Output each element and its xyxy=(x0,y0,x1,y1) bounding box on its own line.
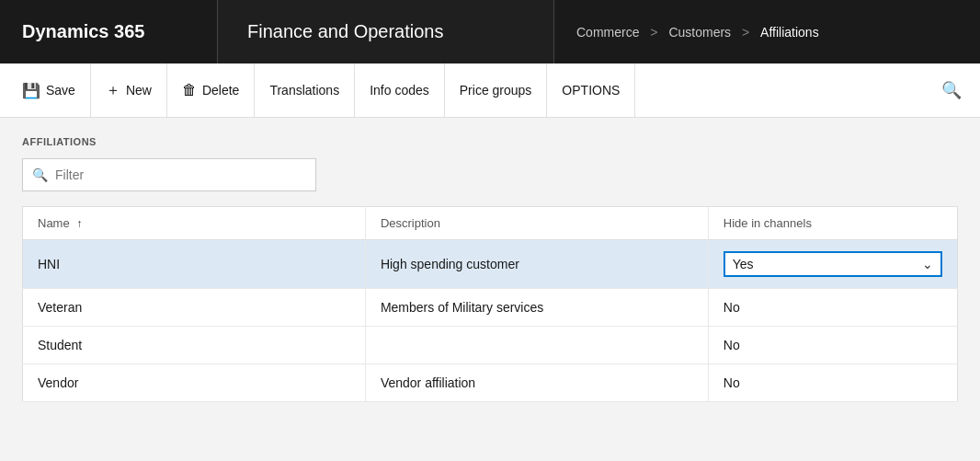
app-label: Finance and Operations xyxy=(247,21,443,42)
info-codes-label: Info codes xyxy=(370,83,429,98)
cell-name: HNI xyxy=(23,240,366,289)
filter-search-icon: 🔍 xyxy=(32,167,48,182)
cell-hide-in-channels: No xyxy=(708,289,957,327)
cell-description xyxy=(365,327,708,364)
content-area: AFFILIATIONS 🔍 Name ↑ Description Hide i… xyxy=(0,118,980,461)
brand-section: Dynamics 365 xyxy=(0,0,218,63)
sort-arrow-name: ↑ xyxy=(76,217,82,230)
delete-button[interactable]: 🗑 Delete xyxy=(167,63,255,117)
cell-name: Student xyxy=(23,327,366,364)
cell-description: High spending customer xyxy=(365,240,708,289)
cell-hide-in-channels: No xyxy=(708,327,957,364)
col-name-label: Name xyxy=(38,216,70,230)
delete-icon: 🗑 xyxy=(182,82,197,98)
info-codes-button[interactable]: Info codes xyxy=(355,63,445,117)
table-row[interactable]: StudentNo xyxy=(23,327,958,364)
cell-description: Members of Military services xyxy=(365,289,708,327)
col-header-hide-in-channels[interactable]: Hide in channels xyxy=(708,207,957,240)
cell-description: Vendor affiliation xyxy=(365,364,708,402)
breadcrumb-item-commerce[interactable]: Commerce xyxy=(576,25,639,40)
brand-label: Dynamics 365 xyxy=(22,21,144,42)
options-button[interactable]: OPTIONS xyxy=(547,63,635,117)
save-icon: 💾 xyxy=(22,82,40,99)
options-label: OPTIONS xyxy=(562,83,620,98)
new-icon: ＋ xyxy=(106,81,120,100)
breadcrumb-sep-2: > xyxy=(738,25,753,40)
col-header-description[interactable]: Description xyxy=(365,207,708,240)
toolbar: 💾 Save ＋ New 🗑 Delete Translations Info … xyxy=(0,63,980,118)
top-bar: Dynamics 365 Finance and Operations Comm… xyxy=(0,0,980,63)
delete-label: Delete xyxy=(202,83,239,98)
new-label: New xyxy=(126,83,152,98)
section-title: AFFILIATIONS xyxy=(22,136,958,147)
col-header-name[interactable]: Name ↑ xyxy=(23,207,366,240)
table-header-row: Name ↑ Description Hide in channels xyxy=(23,207,958,240)
col-hide-label: Hide in channels xyxy=(724,216,812,230)
search-button[interactable]: 🔍 xyxy=(930,63,973,117)
filter-input[interactable] xyxy=(55,167,306,182)
price-groups-button[interactable]: Price groups xyxy=(445,63,548,117)
cell-name: Vendor xyxy=(23,364,366,402)
translations-label: Translations xyxy=(269,83,339,98)
new-button[interactable]: ＋ New xyxy=(91,63,167,117)
cell-hide-in-channels[interactable]: Yes⌄ xyxy=(708,240,957,289)
cell-name: Veteran xyxy=(23,289,366,327)
app-section: Finance and Operations xyxy=(218,0,554,63)
filter-box[interactable]: 🔍 xyxy=(22,158,316,191)
table-row[interactable]: VendorVendor affiliationNo xyxy=(23,364,958,402)
table-row[interactable]: HNIHigh spending customerYes⌄ xyxy=(23,240,958,289)
table-row[interactable]: VeteranMembers of Military servicesNo xyxy=(23,289,958,327)
breadcrumb-item-affiliations: Affiliations xyxy=(760,25,819,40)
breadcrumb-item-customers[interactable]: Customers xyxy=(668,25,731,40)
translations-button[interactable]: Translations xyxy=(255,63,355,117)
breadcrumb: Commerce > Customers > Affiliations xyxy=(554,0,980,63)
search-icon: 🔍 xyxy=(941,80,962,100)
cell-hide-in-channels: No xyxy=(708,364,957,402)
hide-channels-dropdown[interactable]: Yes⌄ xyxy=(724,251,942,277)
col-desc-label: Description xyxy=(381,216,440,230)
affiliations-table: Name ↑ Description Hide in channels HNIH… xyxy=(22,206,958,402)
save-button[interactable]: 💾 Save xyxy=(7,63,91,117)
chevron-down-icon: ⌄ xyxy=(922,257,933,271)
save-label: Save xyxy=(46,83,75,98)
hide-channels-value: Yes xyxy=(733,257,754,271)
price-groups-label: Price groups xyxy=(460,83,532,98)
breadcrumb-sep-1: > xyxy=(646,25,661,40)
